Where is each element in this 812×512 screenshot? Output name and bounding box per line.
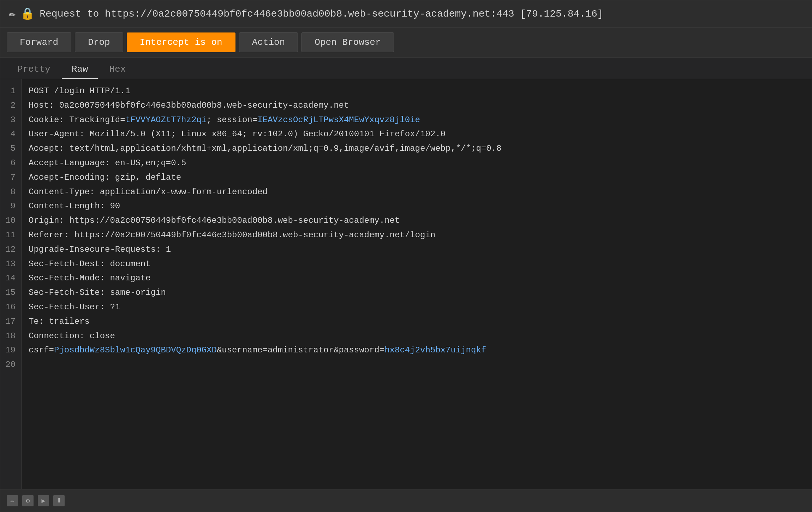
intercept-button[interactable]: Intercept is on [127, 32, 235, 52]
action-button[interactable]: Action [239, 32, 298, 52]
code-line: User-Agent: Mozilla/5.0 (X11; Linux x86_… [29, 127, 805, 142]
bottom-icon-2[interactable]: ⚙ [22, 495, 34, 506]
line-number: 8 [0, 185, 21, 200]
code-line: Origin: https://0a2c00750449bf0fc446e3bb… [29, 214, 805, 228]
title-bar: ✏ 🔒 Request to https://0a2c00750449bf0fc… [0, 0, 812, 28]
line-number: 12 [0, 243, 21, 257]
lock-icon: 🔒 [20, 7, 35, 21]
line-number: 17 [0, 315, 21, 329]
pencil-icon: ✏ [9, 7, 16, 21]
code-line: POST /login HTTP/1.1 [29, 84, 805, 99]
code-line: Content-Length: 90 [29, 199, 805, 214]
tab-hex[interactable]: Hex [99, 60, 136, 79]
toolbar: Forward Drop Intercept is on Action Open… [0, 28, 812, 58]
code-line: Upgrade-Insecure-Requests: 1 [29, 243, 805, 257]
tab-pretty[interactable]: Pretty [7, 60, 60, 79]
code-line: Cookie: TrackingId=tFVVYAOZtT7hz2qi; ses… [29, 113, 805, 127]
title-text: Request to https://0a2c00750449bf0fc446e… [40, 8, 603, 19]
line-number: 6 [0, 156, 21, 171]
code-line: Referer: https://0a2c00750449bf0fc446e3b… [29, 228, 805, 243]
line-number: 4 [0, 127, 21, 142]
code-line: Sec-Fetch-Dest: document [29, 257, 805, 272]
code-line: Connection: close [29, 329, 805, 344]
code-line: Sec-Fetch-Site: same-origin [29, 286, 805, 300]
code-line: Sec-Fetch-User: ?1 [29, 300, 805, 315]
line-number: 16 [0, 300, 21, 315]
line-numbers: 1234567891011121314151617181920 [0, 79, 22, 489]
code-line: Sec-Fetch-Mode: navigate [29, 271, 805, 286]
tab-raw[interactable]: Raw [62, 60, 98, 79]
code-area[interactable]: POST /login HTTP/1.1Host: 0a2c00750449bf… [22, 79, 812, 489]
line-number: 18 [0, 329, 21, 344]
line-number: 13 [0, 257, 21, 272]
line-number: 3 [0, 113, 21, 127]
line-number: 14 [0, 271, 21, 286]
code-line: Te: trailers [29, 315, 805, 329]
content-area: 1234567891011121314151617181920 POST /lo… [0, 79, 812, 489]
line-number: 1 [0, 84, 21, 99]
line-number: 19 [0, 343, 21, 358]
line-number: 9 [0, 199, 21, 214]
line-number: 5 [0, 142, 21, 156]
line-number: 7 [0, 171, 21, 185]
main-container: ✏ 🔒 Request to https://0a2c00750449bf0fc… [0, 0, 812, 512]
bottom-bar: ✏ ⚙ ▶ ⏸ [0, 489, 812, 512]
code-line: Content-Type: application/x-www-form-url… [29, 185, 805, 200]
bottom-icon-4[interactable]: ⏸ [53, 495, 65, 506]
drop-button[interactable]: Drop [75, 32, 123, 52]
open-browser-button[interactable]: Open Browser [301, 32, 394, 52]
line-number: 15 [0, 286, 21, 300]
bottom-icon-1[interactable]: ✏ [7, 495, 18, 506]
code-line: csrf=PjosdbdWz8Sblw1cQay9QBDVQzDq0GXD&us… [29, 343, 805, 358]
code-line: Host: 0a2c00750449bf0fc446e3bb00ad00b8.w… [29, 99, 805, 113]
bottom-icon-3[interactable]: ▶ [38, 495, 49, 506]
line-number: 20 [0, 358, 21, 372]
line-number: 11 [0, 228, 21, 243]
line-number: 2 [0, 99, 21, 113]
code-line: Accept-Encoding: gzip, deflate [29, 171, 805, 185]
forward-button[interactable]: Forward [7, 32, 71, 52]
tabs-bar: Pretty Raw Hex [0, 58, 812, 79]
code-line: Accept: text/html,application/xhtml+xml,… [29, 142, 805, 156]
line-number: 10 [0, 214, 21, 228]
code-line: Accept-Language: en-US,en;q=0.5 [29, 156, 805, 171]
